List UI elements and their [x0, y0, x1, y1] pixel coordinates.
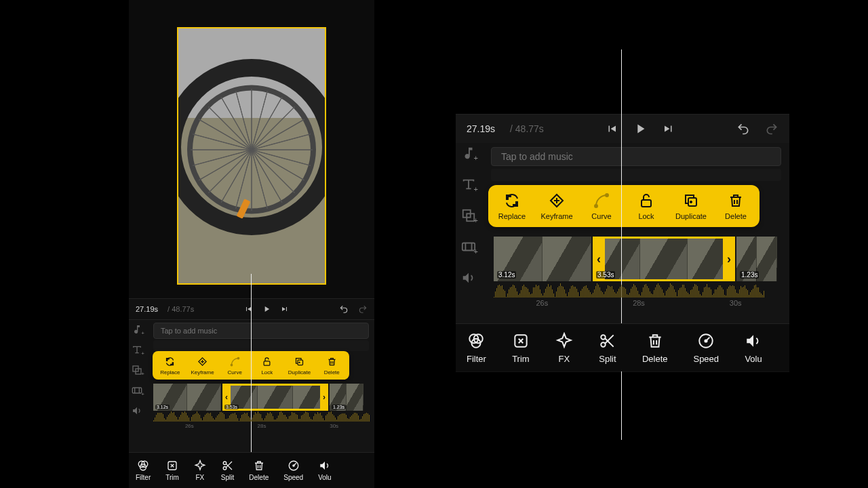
undo-button[interactable] [339, 304, 349, 314]
ctx-label: Replace [498, 212, 526, 220]
toolbar-filter-button[interactable]: Filter [467, 332, 486, 364]
timeline-clips[interactable]: 3.12s‹›3.53s1.23s [153, 384, 370, 411]
overlay-layer-icon[interactable]: + [132, 365, 142, 375]
timeline-clip[interactable]: 3.12s [153, 384, 221, 411]
split-icon [222, 460, 234, 472]
ctx-keyframe-button[interactable]: Keyframe [534, 192, 579, 220]
toolbar-label: Speed [283, 474, 303, 481]
time-current: 27.19s [467, 123, 495, 134]
replace-icon [165, 356, 175, 368]
music-track-placeholder[interactable]: Tap to add music [153, 323, 369, 339]
toolbar-label: Volu [318, 474, 331, 481]
ctx-replace-button[interactable]: Replace [154, 356, 186, 375]
ctx-label: Duplicate [288, 369, 311, 375]
toolbar-label: Delete [249, 474, 269, 481]
ctx-duplicate-button[interactable]: Duplicate [669, 192, 713, 220]
time-total: / 48.77s [167, 305, 194, 313]
ctx-keyframe-button[interactable]: Keyframe [186, 356, 219, 375]
text-track-placeholder[interactable] [491, 169, 781, 181]
fx-icon [194, 460, 206, 472]
toolbar-trim-button[interactable]: Trim [512, 332, 530, 364]
music-layer-icon[interactable]: + [461, 146, 476, 161]
toolbar-label: Split [599, 354, 616, 364]
time-total: / 48.77s [510, 123, 544, 134]
ctx-curve-button[interactable]: Curve [579, 192, 624, 220]
lock-icon [638, 192, 654, 209]
ctx-label: Lock [638, 212, 654, 220]
editor-panel-right: 27.19s / 48.77s + + + + Tap to add music [456, 114, 789, 371]
toolbar-fx-button[interactable]: FX [194, 460, 206, 481]
trim-handle-right[interactable]: › [320, 384, 328, 411]
overlay-layer-icon[interactable]: + [461, 208, 476, 223]
toolbar-speed-button[interactable]: Speed [693, 332, 719, 364]
undo-button[interactable] [736, 122, 750, 136]
speed-icon [288, 460, 300, 472]
ctx-lock-button[interactable]: Lock [624, 192, 669, 220]
duplicate-icon [683, 192, 699, 209]
music-placeholder-text: Tap to add music [161, 327, 217, 335]
text-layer-icon[interactable]: + [132, 344, 142, 355]
timeline-clip[interactable]: 1.23s [330, 384, 363, 411]
trim-handle-right[interactable]: › [723, 237, 735, 281]
toolbar-fx-button[interactable]: FX [555, 332, 573, 364]
redo-button[interactable] [765, 122, 778, 136]
ctx-label: Delete [324, 369, 340, 375]
curve-icon [593, 192, 610, 209]
next-clip-button[interactable] [281, 305, 289, 313]
bottom-toolbar: FilterTrimFXSplitDeleteSpeedVolu [456, 323, 789, 371]
preview-frame[interactable] [177, 27, 326, 285]
split-icon [599, 332, 616, 350]
timeline-clips[interactable]: 3.12s‹›3.53s1.23s [494, 237, 784, 281]
audio-layer-icon[interactable] [461, 270, 476, 285]
toolbar-split-button[interactable]: Split [599, 332, 616, 364]
play-button[interactable] [633, 121, 648, 136]
music-track-placeholder[interactable]: Tap to add music [491, 147, 781, 166]
svg-point-14 [293, 465, 294, 466]
filter-icon [467, 332, 485, 350]
svg-point-29 [705, 340, 707, 342]
toolbar-delete-button[interactable]: Delete [642, 332, 668, 364]
toolbar-trim-button[interactable]: Trim [165, 460, 179, 481]
toolbar-label: Trim [512, 354, 530, 364]
next-clip-button[interactable] [663, 123, 675, 135]
filter-icon [137, 460, 149, 472]
audio-waveform [494, 287, 784, 298]
curve-icon [230, 356, 240, 368]
video-layer-icon[interactable]: + [132, 385, 142, 396]
text-layer-icon[interactable]: + [461, 177, 476, 192]
toolbar-filter-button[interactable]: Filter [136, 460, 151, 481]
timeline-clip[interactable]: 3.12s [494, 237, 591, 281]
ctx-replace-button[interactable]: Replace [490, 192, 534, 220]
toolbar-volume-button[interactable]: Volu [318, 460, 331, 481]
timeline-clip[interactable]: 1.23s [736, 237, 777, 281]
bottom-toolbar: FilterTrimFXSplitDeleteSpeedVolu [129, 452, 374, 488]
ctx-lock-button[interactable]: Lock [251, 356, 283, 375]
music-layer-icon[interactable]: + [132, 324, 142, 335]
ctx-curve-button[interactable]: Curve [218, 356, 251, 375]
text-track-placeholder[interactable] [153, 340, 369, 351]
toolbar-split-button[interactable]: Split [221, 460, 234, 481]
toolbar-volume-button[interactable]: Volu [745, 332, 762, 364]
timeline-clip[interactable]: ‹›3.53s [222, 384, 328, 411]
speed-icon [697, 332, 715, 350]
redo-button[interactable] [358, 304, 368, 314]
toolbar-speed-button[interactable]: Speed [283, 460, 303, 481]
editor-panel-left: 27.19s / 48.77s + + + + Tap to add music [129, 0, 374, 488]
time-tick: 28s [591, 299, 688, 311]
ctx-delete-button[interactable]: Delete [315, 356, 348, 375]
delete-icon [728, 192, 744, 209]
ctx-duplicate-button[interactable]: Duplicate [283, 356, 316, 375]
play-button[interactable] [262, 304, 271, 314]
timeline-clip[interactable]: ‹›3.53s [593, 237, 735, 281]
playbar: 27.19s / 48.77s [456, 114, 789, 143]
prev-clip-button[interactable] [606, 123, 618, 135]
playhead[interactable] [621, 49, 622, 440]
delete-icon [646, 332, 664, 350]
svg-rect-5 [264, 361, 270, 365]
video-layer-icon[interactable]: + [461, 239, 476, 254]
toolbar-delete-button[interactable]: Delete [249, 460, 269, 481]
clip-duration: 3.12s [497, 271, 516, 279]
ctx-delete-button[interactable]: Delete [713, 192, 758, 220]
volume-icon [319, 460, 331, 472]
audio-layer-icon[interactable] [132, 405, 142, 416]
